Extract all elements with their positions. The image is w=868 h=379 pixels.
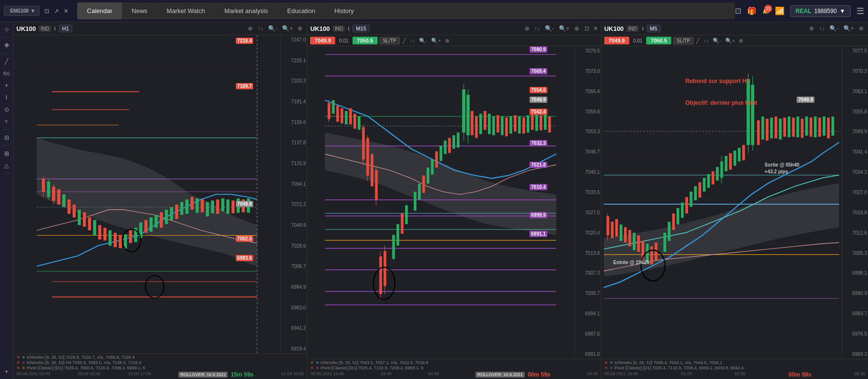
chart1-timeframe[interactable]: H1 (59, 25, 72, 32)
chart1-tools: ⊕ ↑↓ 🔍- 🔍+ ⊕ (246, 24, 304, 33)
svg-rect-222 (810, 118, 813, 137)
chart2-timeframe[interactable]: M15 (353, 25, 369, 32)
chart1-info-icon[interactable]: ℹ (54, 26, 56, 32)
chart3-svg (601, 46, 841, 359)
ind-dot-c3-2: ≡ (610, 365, 612, 370)
indicator-remove-3[interactable]: ✕ (16, 365, 20, 370)
chart2-zoom-in-sm-icon[interactable]: 🔍+ (430, 37, 442, 44)
chart1-compare-icon[interactable]: ⊕ (246, 24, 254, 33)
chart3-indicator-sm-icon[interactable]: ↑↓ (703, 37, 710, 44)
chart2-crosshair-sm-icon[interactable]: ⊕ (444, 37, 450, 44)
chart3-zoom-out-icon[interactable]: 🔍- (828, 24, 840, 33)
nav-news[interactable]: News (122, 2, 157, 19)
chart3-time-1: 09.09.2021 18:45 (604, 371, 638, 378)
indicator-remove-c3-2[interactable]: ✕ (604, 365, 608, 370)
price-label-6991: 6991.1 (529, 231, 547, 237)
chart3-indicator-icon[interactable]: ↑↓ (817, 24, 826, 33)
nav-market-analysis[interactable]: Market analysis (215, 2, 277, 19)
crosshair-tool[interactable]: + (1, 80, 13, 91)
window-close-icon[interactable]: ✕ (63, 7, 69, 15)
indicator-label-2: Ichimoku [9, 26, 52] H4 7035.9, 7093.0, … (27, 360, 141, 365)
indicator-remove-2[interactable]: ✕ (16, 360, 20, 365)
chart3-zoom-in-icon[interactable]: 🔍+ (842, 24, 855, 33)
chart3-buy-button[interactable]: 7050.5 (646, 37, 671, 44)
chart2-indicator-icon[interactable]: ↑↓ (533, 24, 542, 33)
chart2-info-icon[interactable]: ℹ (348, 26, 350, 32)
chart1-zoom-in-icon[interactable]: 🔍+ (281, 24, 294, 33)
gift-icon[interactable]: 🎁 (747, 6, 757, 15)
chart2-maximize-icon[interactable]: ⊡ (584, 25, 589, 32)
chart2-sltp-button[interactable]: SL/TP (380, 37, 400, 44)
chart2-trendline-icon[interactable]: ╱ (402, 37, 407, 44)
price-label-7049-c1: 7049.9 (236, 201, 254, 207)
chart1-crosshair-icon[interactable]: ⊕ (296, 24, 304, 33)
circle-tool[interactable]: ⊙ (1, 104, 13, 115)
window-popout-icon[interactable]: ↗ (53, 7, 60, 15)
chart2-indicator-sm-icon[interactable]: ↑↓ (409, 37, 416, 44)
notification-bell[interactable]: 🔔 23 (762, 8, 769, 14)
symbol-dropdown-arrow: ▼ (30, 8, 35, 14)
svg-rect-60 (226, 199, 229, 214)
indicator-remove-c3-1[interactable]: ✕ (604, 360, 608, 365)
move-tool[interactable]: ✥ (1, 40, 13, 51)
svg-rect-99 (341, 108, 344, 123)
indicator-remove-c2-2[interactable]: ✕ (310, 365, 314, 370)
chart2-zoom-out-sm-icon[interactable]: 🔍- (418, 37, 429, 44)
add-tool[interactable]: + (1, 366, 13, 377)
nav-history[interactable]: History (325, 2, 363, 19)
price-label-7049-c2: 7049.9 (529, 97, 547, 103)
chart3-info-icon[interactable]: ℹ (642, 26, 644, 32)
chart3-zoom-in-sm-icon[interactable]: 🔍+ (724, 37, 736, 44)
chart1-indicator-icon[interactable]: ↑↓ (256, 24, 265, 33)
chart3-zoom-out-sm-icon[interactable]: 🔍- (712, 37, 722, 44)
indicator-label-c3-1: Ichimoku [9, 26, 52] 7045.4, 7043.1, n/a… (614, 360, 722, 365)
nav-education[interactable]: Education (278, 2, 325, 19)
symbol-button[interactable]: ENG100 ▼ (4, 6, 40, 16)
nav-calendar[interactable]: Calendar (77, 2, 122, 19)
chart2-crosshair-icon[interactable]: ⊕ (573, 24, 581, 33)
layers-tool[interactable]: ⊞ (1, 148, 13, 159)
monitor-icon[interactable]: ⊡ (735, 6, 741, 15)
chart3-crosshair-sm-icon[interactable]: ⊕ (738, 37, 744, 44)
nav-market-watch[interactable]: Market Watch (157, 2, 215, 19)
svg-rect-126 (440, 146, 443, 161)
chart3-sltp-button[interactable]: SL/TP (673, 37, 693, 44)
chart3-time-row: 09.09.2021 18:45 01:20 03:55 00m 59s 06:… (604, 371, 865, 378)
price-label-7010: 7010.4 (529, 184, 547, 190)
adjust-tool[interactable]: ⊟ (1, 132, 13, 143)
label-tool[interactable]: T. (1, 116, 13, 127)
svg-rect-29 (68, 199, 70, 214)
account-number: 1988590 (814, 8, 837, 14)
chart2-sell-button[interactable]: 7049.9 (310, 37, 335, 44)
indicator-remove-c2-1[interactable]: ✕ (310, 360, 314, 365)
chart3-crosshair-icon[interactable]: ⊕ (857, 24, 865, 33)
indicator-row: ✕ ≡ Ichimoku [9, 26, 52] 7045.4, 7043.1,… (604, 360, 865, 365)
svg-rect-144 (510, 116, 513, 134)
chart2-close-icon[interactable]: ✕ (593, 25, 598, 32)
chart1-zoom-out-icon[interactable]: 🔍- (267, 24, 279, 33)
svg-rect-192 (690, 192, 692, 207)
price-label-7054: 7054.6 (529, 87, 547, 93)
chart2-buy-button[interactable]: 7050.5 (353, 37, 378, 44)
hamburger-menu-icon[interactable]: ☰ (856, 6, 864, 16)
svg-rect-123 (427, 168, 430, 183)
svg-rect-212 (766, 119, 769, 140)
chart3-timeframe[interactable]: M5 (647, 25, 661, 32)
text-tool[interactable]: I (1, 92, 13, 103)
account-button[interactable]: REAL 1988590 ▼ (790, 5, 851, 17)
wifi-icon[interactable]: 📶 (775, 6, 785, 15)
chart1-symbol: UK100 (16, 25, 36, 32)
triangle-tool[interactable]: △ (1, 160, 13, 171)
line-tool[interactable]: ╱ (1, 56, 13, 67)
chart2-body: 7080.9 7069.4 7054.6 7049.9 7042.4 7032.… (307, 46, 600, 359)
chart2-zoom-in-icon[interactable]: 🔍+ (557, 24, 571, 33)
chart2-compare-icon[interactable]: ⊕ (523, 24, 531, 33)
chart2-zoom-out-icon[interactable]: 🔍- (543, 24, 556, 33)
chart3-trendline-icon[interactable]: ╱ (695, 37, 701, 44)
indicator-remove-1[interactable]: ✕ (16, 355, 20, 360)
chart3-sell-button[interactable]: 7049.9 (604, 37, 629, 44)
window-restore-icon[interactable]: ⊡ (43, 7, 50, 15)
function-tool[interactable]: f(x) (1, 68, 13, 79)
cursor-tool[interactable]: ⊹ (1, 24, 13, 35)
chart3-compare-icon[interactable]: ⊕ (808, 24, 815, 33)
